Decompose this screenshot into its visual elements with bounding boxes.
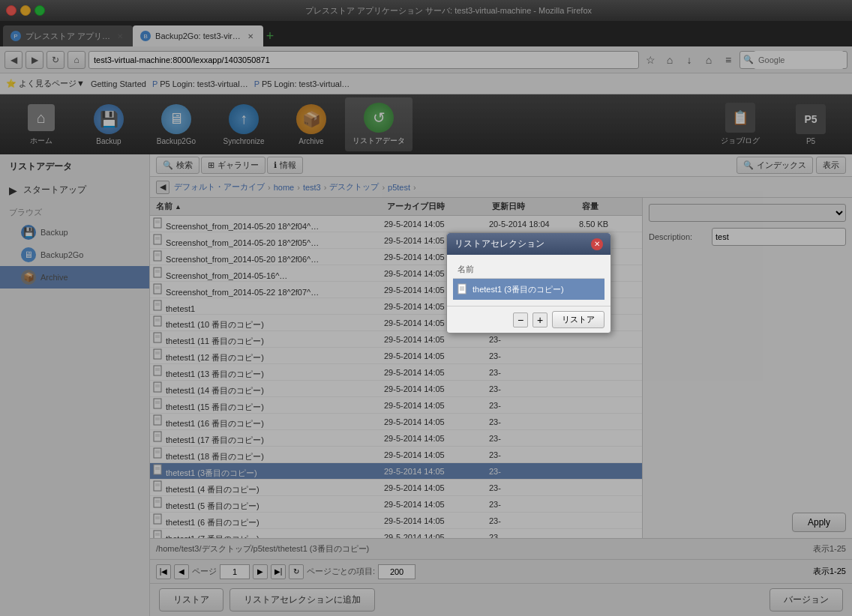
modal-file-icon bbox=[458, 283, 468, 295]
modal-col-header: 名前 bbox=[453, 261, 604, 279]
modal-file-item[interactable]: thetest1 (3番目のコピー) bbox=[453, 279, 604, 300]
modal-overlay: リストアセレクション ✕ 名前 thetest1 (3番目のコピー) − + リ… bbox=[0, 0, 852, 616]
modal-body: 名前 thetest1 (3番目のコピー) bbox=[447, 255, 610, 306]
modal-close-button[interactable]: ✕ bbox=[591, 238, 603, 250]
modal-minus-button[interactable]: − bbox=[513, 312, 528, 327]
modal-footer: − + リストア bbox=[447, 306, 610, 333]
restore-selection-modal: リストアセレクション ✕ 名前 thetest1 (3番目のコピー) − + リ… bbox=[446, 232, 611, 333]
modal-header: リストアセレクション ✕ bbox=[447, 233, 610, 255]
modal-restore-button[interactable]: リストア bbox=[552, 311, 604, 328]
modal-selected-file-label: thetest1 (3番目のコピー) bbox=[472, 284, 564, 295]
modal-plus-button[interactable]: + bbox=[532, 312, 548, 327]
modal-title: リストアセレクション bbox=[454, 238, 544, 250]
